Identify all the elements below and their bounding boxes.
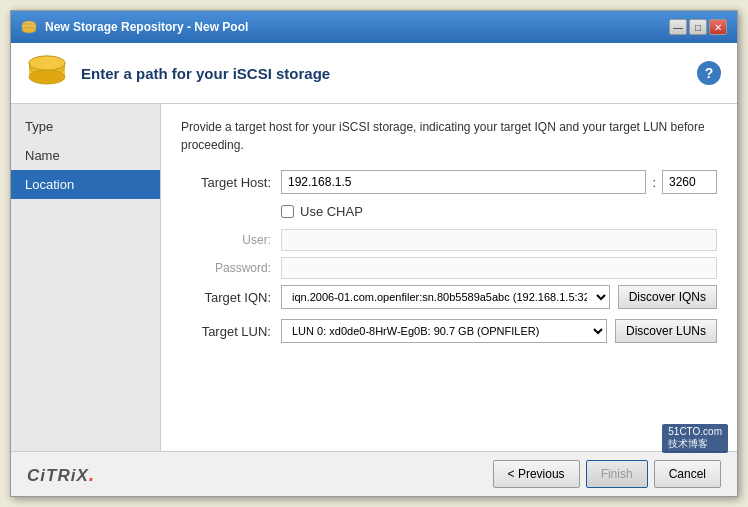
discover-luns-button[interactable]: Discover LUNs [615, 319, 717, 343]
svg-point-2 [22, 27, 36, 33]
user-row: User: [181, 229, 717, 251]
target-host-row: Target Host: : [181, 170, 717, 194]
watermark-line1: 51CTO.com [668, 426, 722, 437]
target-lun-row: Target LUN: LUN 0: xd0de0-8HrW-Eg0B: 90.… [181, 319, 717, 343]
sidebar-item-location[interactable]: Location [11, 170, 160, 199]
discover-iqns-button[interactable]: Discover IQNs [618, 285, 717, 309]
previous-button[interactable]: < Previous [493, 460, 580, 488]
target-iqn-dropdown[interactable]: iqn.2006-01.com.openfiler:sn.80b5589a5ab… [281, 285, 610, 309]
user-label: User: [181, 233, 281, 247]
finish-button[interactable]: Finish [586, 460, 648, 488]
sidebar-item-name[interactable]: Name [11, 141, 160, 170]
port-input[interactable] [662, 170, 717, 194]
citrix-logo: CiTRiX. [27, 463, 493, 486]
citrix-text: CiTRiX. [27, 463, 95, 486]
content-area: Type Name Location Provide a target host… [11, 104, 737, 451]
password-input[interactable] [281, 257, 717, 279]
target-iqn-dropdown-wrapper: iqn.2006-01.com.openfiler:sn.80b5589a5ab… [281, 285, 610, 309]
cancel-button[interactable]: Cancel [654, 460, 721, 488]
title-bar: New Storage Repository - New Pool — □ ✕ [11, 11, 737, 43]
svg-point-6 [29, 70, 65, 84]
use-chap-row: Use CHAP [281, 204, 717, 219]
target-lun-dropdown[interactable]: LUN 0: xd0de0-8HrW-Eg0B: 90.7 GB (OPNFIL… [281, 319, 607, 343]
header-title: Enter a path for your iSCSI storage [81, 65, 683, 82]
sidebar-item-type[interactable]: Type [11, 112, 160, 141]
watermark-badge: 51CTO.com 技术博客 [662, 424, 728, 453]
target-lun-label: Target LUN: [181, 324, 281, 339]
target-host-label: Target Host: [181, 175, 281, 190]
svg-point-7 [29, 56, 65, 70]
window-title: New Storage Repository - New Pool [45, 20, 248, 34]
sidebar: Type Name Location [11, 104, 161, 451]
target-iqn-label: Target IQN: [181, 290, 281, 305]
close-button[interactable]: ✕ [709, 19, 727, 35]
header-section: Enter a path for your iSCSI storage ? [11, 43, 737, 104]
window-icon [21, 19, 37, 35]
target-host-input[interactable] [281, 170, 646, 194]
target-lun-dropdown-wrapper: LUN 0: xd0de0-8HrW-Eg0B: 90.7 GB (OPNFIL… [281, 319, 607, 343]
footer: CiTRiX. < Previous Finish Cancel [11, 451, 737, 496]
title-controls: — □ ✕ [669, 19, 727, 35]
maximize-button[interactable]: □ [689, 19, 707, 35]
user-input[interactable] [281, 229, 717, 251]
use-chap-checkbox[interactable] [281, 205, 294, 218]
footer-buttons: < Previous Finish Cancel [493, 460, 721, 488]
use-chap-label: Use CHAP [300, 204, 363, 219]
watermark-line2: 技术博客 [668, 438, 708, 449]
target-iqn-row: Target IQN: iqn.2006-01.com.openfiler:sn… [181, 285, 717, 309]
title-bar-left: New Storage Repository - New Pool [21, 19, 248, 35]
password-row: Password: [181, 257, 717, 279]
description-text: Provide a target host for your iSCSI sto… [181, 118, 717, 154]
main-window: New Storage Repository - New Pool — □ ✕ … [10, 10, 738, 497]
help-button[interactable]: ? [697, 61, 721, 85]
password-label: Password: [181, 261, 281, 275]
port-separator: : [652, 175, 656, 190]
minimize-button[interactable]: — [669, 19, 687, 35]
main-content: Provide a target host for your iSCSI sto… [161, 104, 737, 451]
storage-icon [27, 55, 67, 91]
